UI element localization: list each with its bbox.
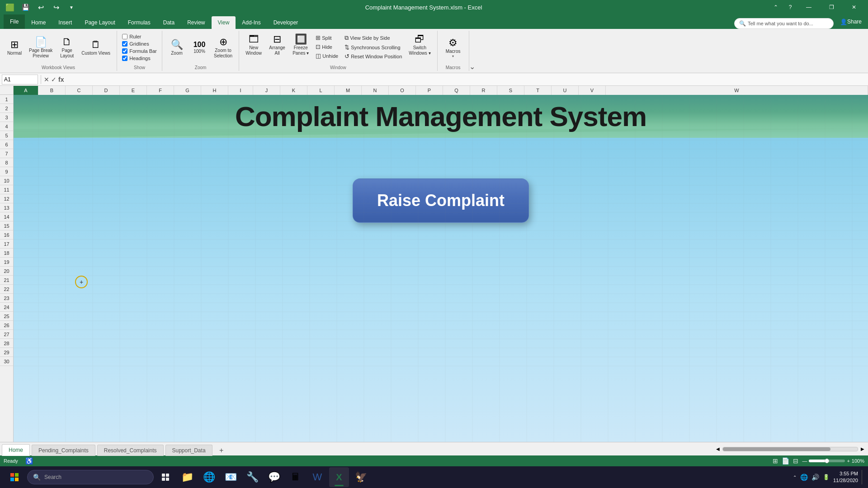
headings-checkbox-row[interactable]: Headings [121,55,158,61]
close-btn[interactable]: ✕ [844,0,864,14]
sheet-tab-pending[interactable]: Pending_Complaints [32,445,95,456]
zoom-btn[interactable]: 🔍 Zoom [166,37,188,58]
col-header-e[interactable]: E [120,86,147,95]
sheet-tab-home[interactable]: Home [2,444,30,456]
taskbar-teams-btn[interactable]: 💬 [264,467,284,487]
row-9[interactable]: 9 [0,167,13,176]
taskbar-edge-btn[interactable]: 🌐 [199,467,219,487]
formula-bar-checkbox-row[interactable]: Formula Bar [121,48,158,54]
row-15[interactable]: 15 [0,221,13,230]
row-13[interactable]: 13 [0,203,13,212]
tab-data[interactable]: Data [157,16,181,29]
col-header-i[interactable]: I [228,86,253,95]
name-box[interactable]: A1 [2,75,38,84]
new-window-btn[interactable]: 🗔 NewWindow [243,32,264,58]
col-header-p[interactable]: P [416,86,443,95]
tab-developer[interactable]: Developer [267,16,305,29]
accessibility-check-icon[interactable]: ♿ [25,457,33,465]
unhide-btn[interactable]: ◫ Unhide [313,52,340,60]
col-header-t[interactable]: T [524,86,552,95]
taskbar-calculator-btn[interactable]: 🖩 [286,467,306,487]
row-18[interactable]: 18 [0,249,13,258]
macros-btn[interactable]: ⚙ Macros ▾ [442,35,464,60]
tab-file[interactable]: File [4,14,25,29]
col-header-k[interactable]: K [280,86,307,95]
split-btn-sm[interactable]: ⊞ Split [313,33,340,42]
row-1[interactable]: 1 [0,95,13,104]
col-header-v[interactable]: V [579,86,606,95]
network-icon[interactable]: 🌐 [800,474,808,481]
tab-insert[interactable]: Insert [52,16,78,29]
gridlines-checkbox-row[interactable]: Gridlines [121,41,158,47]
horizontal-scrollbar[interactable] [722,447,858,451]
row-28[interactable]: 28 [0,339,13,348]
row-29[interactable]: 29 [0,348,13,357]
row-5[interactable]: 5 [0,131,13,140]
row-10[interactable]: 10 [0,176,13,185]
zoom-in-btn[interactable]: + [847,458,849,464]
taskbar-excel-btn[interactable]: X [329,467,349,487]
add-sheet-btn[interactable]: + [216,445,227,456]
col-header-j[interactable]: J [253,86,280,95]
view-side-by-side-btn[interactable]: ⧉ View Side by Side [342,33,404,42]
headings-checkbox[interactable] [122,56,127,61]
sheet-tab-support[interactable]: Support_Data [165,445,212,456]
sheet-nav-right[interactable]: ▶ [859,446,866,453]
row-24[interactable]: 24 [0,303,13,312]
row-22[interactable]: 22 [0,285,13,294]
ruler-checkbox[interactable] [122,34,127,39]
col-header-c[interactable]: C [66,86,93,95]
zoom-out-btn[interactable]: — [802,458,807,464]
row-2[interactable]: 2 [0,104,13,113]
tell-me-bar[interactable]: 🔍 Tell me what you want to do... [734,18,834,29]
page-layout-status-btn[interactable]: 📄 [782,457,789,465]
row-25[interactable]: 25 [0,312,13,321]
page-layout-btn[interactable]: 🗋 PageLayout [56,34,78,61]
ruler-checkbox-row[interactable]: Ruler [121,33,158,40]
custom-views-btn[interactable]: 🗒 Custom Views [79,37,113,58]
redo-btn[interactable]: ↪ [50,1,62,14]
show-desktop-btn[interactable] [862,470,864,484]
task-view-btn[interactable] [156,467,175,487]
row-14[interactable]: 14 [0,212,13,221]
restore-btn[interactable]: ❐ [821,0,842,14]
freeze-panes-btn[interactable]: 🔲 FreezePanes ▾ [290,32,311,58]
reset-window-btn[interactable]: ↺ Reset Window Position [342,52,404,61]
row-12[interactable]: 12 [0,194,13,203]
col-header-s[interactable]: S [497,86,524,95]
col-header-d[interactable]: D [93,86,120,95]
tab-formulas[interactable]: Formulas [122,16,157,29]
row-7[interactable]: 7 [0,149,13,158]
ribbon-expand-btn[interactable]: ⌄ [469,62,475,71]
row-19[interactable]: 19 [0,258,13,267]
tab-review[interactable]: Review [181,16,211,29]
taskbar-word-btn[interactable]: W [307,467,327,487]
undo-btn[interactable]: ↩ [34,1,47,14]
normal-view-btn[interactable]: ⊞ Normal [4,37,25,58]
clock[interactable]: 3:55 PM 11/28/2020 [833,470,858,484]
row-21[interactable]: 21 [0,276,13,285]
taskbar-bird-btn[interactable]: 🦅 [351,467,371,487]
share-btn[interactable]: 👤 Share [834,15,868,28]
insert-function-icon[interactable]: fx [58,76,64,83]
start-button[interactable] [4,466,25,488]
row-16[interactable]: 16 [0,230,13,239]
row-3[interactable]: 3 [0,113,13,122]
col-header-u[interactable]: U [552,86,579,95]
arrange-all-btn[interactable]: ⊟ ArrangeAll [266,32,288,58]
col-header-q[interactable]: Q [443,86,470,95]
cancel-formula-icon[interactable]: ✕ [44,76,49,83]
page-break-status-btn[interactable]: ⊟ [793,457,798,465]
tab-addins[interactable]: Add-Ins [236,16,267,29]
page-break-btn[interactable]: 📄 Page BreakPreview [26,34,55,61]
row-8[interactable]: 8 [0,158,13,167]
col-header-r[interactable]: R [470,86,497,95]
cells-area[interactable]: Complaint Management System Raise Compla… [14,95,868,442]
col-header-n[interactable]: N [362,86,389,95]
zoom-selection-btn[interactable]: ⊕ Zoom toSelection [211,34,235,61]
gridlines-checkbox[interactable] [122,41,127,47]
sheet-tab-resolved[interactable]: Resolved_Complaints [97,445,164,456]
col-header-o[interactable]: O [389,86,416,95]
sheet-nav-left[interactable]: ◀ [714,446,722,453]
zoom-slider[interactable] [809,460,845,462]
